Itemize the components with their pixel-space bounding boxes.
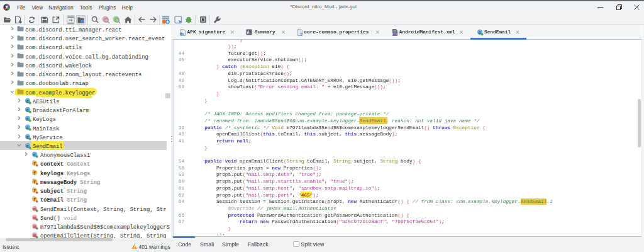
svg-text:f: f [33, 188, 36, 193]
svg-text:f: f [33, 170, 36, 175]
svg-text:f: f [33, 161, 36, 166]
svg-text:f: f [33, 179, 36, 184]
svg-text:?: ? [299, 31, 303, 35]
svg-text:f: f [33, 197, 36, 202]
svg-text:MF: MF [393, 33, 397, 35]
